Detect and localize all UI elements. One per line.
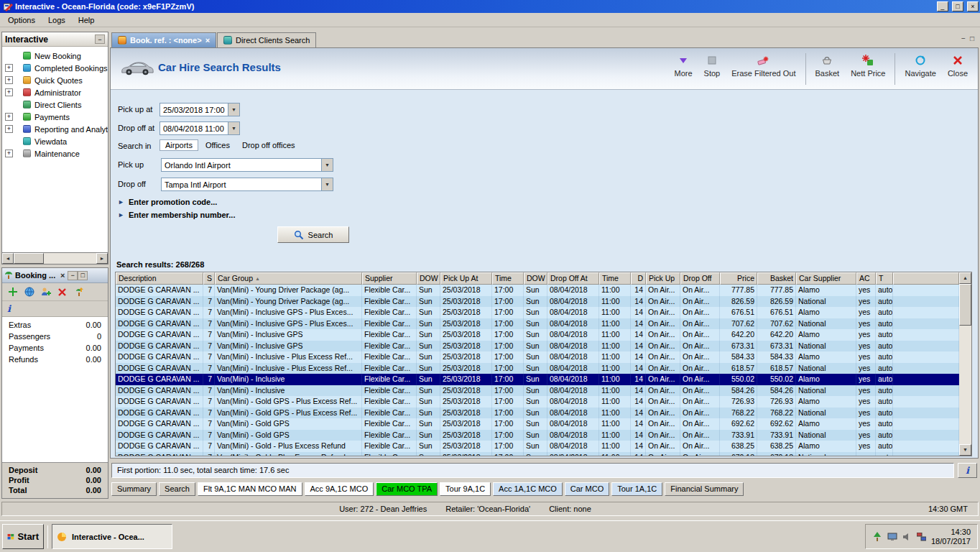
search-in-option-airports[interactable]: Airports (160, 139, 198, 151)
sidebar-item-reporting-and-analyt[interactable]: +Reporting and Analyt (2, 123, 108, 135)
stop-button[interactable]: Stop (698, 50, 726, 88)
tray-volume-icon[interactable] (902, 533, 912, 541)
scroll-down-icon[interactable]: ▼ (959, 444, 971, 456)
sidebar-item-maintenance[interactable]: +Maintenance (2, 147, 108, 160)
nett-price-button[interactable]: Nett Price (845, 50, 891, 88)
window-minimize-button[interactable]: _ (937, 1, 948, 12)
sidebar-item-completed-bookings[interactable]: +Completed Bookings (2, 62, 108, 74)
search-in-option-offices[interactable]: Offices (200, 140, 235, 150)
table-row[interactable]: DODGE G CARAVAN ...7Van(Mini) - Gold GPS… (116, 418, 959, 430)
sidebar-item-new-booking[interactable]: New Booking (2, 50, 108, 62)
globe-button[interactable] (22, 285, 36, 299)
table-row[interactable]: DODGE G CARAVAN ...7Van(Mini) - Inclusiv… (116, 307, 959, 318)
table-row[interactable]: DODGE G CARAVAN ...7Van(Mini) - Inclusiv… (116, 363, 959, 374)
add-client-button[interactable] (39, 285, 52, 299)
info-icon[interactable]: i (7, 303, 11, 314)
navigation-panel-collapse-button[interactable]: − (95, 34, 105, 44)
column-header-basket-14[interactable]: Basket (757, 272, 796, 285)
bottom-tab-financial-summary[interactable]: Financial Summary (665, 482, 744, 496)
chevron-down-icon[interactable]: ▼ (228, 104, 239, 116)
column-header-pick-up-at-5[interactable]: Pick Up At (440, 272, 492, 285)
results-vertical-scrollbar[interactable]: ▲ ▼ (959, 272, 971, 456)
column-header-pick-up-11[interactable]: Pick Up (646, 272, 680, 285)
info-button[interactable]: i (958, 463, 977, 478)
delete-button[interactable] (55, 285, 69, 299)
bottom-tab-search[interactable]: Search (159, 482, 195, 496)
table-row[interactable]: DODGE G CARAVAN ...7Van(Mini) - Inclusiv… (116, 385, 959, 397)
column-header-d-10[interactable]: D (631, 272, 646, 285)
pane-restore-icon[interactable]: □ (970, 34, 974, 42)
scrollbar-thumb[interactable] (959, 284, 971, 326)
tab-close-icon[interactable]: × (205, 36, 210, 45)
table-row[interactable]: DODGE G CARAVAN ...7Van(Mini) - Gold GPS… (116, 408, 959, 419)
column-header-drop-off-at-8[interactable]: Drop Off At (547, 272, 599, 285)
column-header-s-1[interactable]: S (203, 272, 215, 285)
more-button[interactable]: More (669, 50, 698, 88)
taskbar-task-interactive[interactable]: Interactive - Ocea... (52, 524, 172, 549)
table-row[interactable]: DODGE G CARAVAN ...7Van(Mini) - Gold GPS… (116, 430, 959, 441)
sidebar-item-payments[interactable]: +Payments (2, 111, 108, 123)
column-header-car-supplier-15[interactable]: Car Supplier (796, 272, 856, 285)
bottom-tab-acc-1a-1c-mco[interactable]: Acc 1A,1C MCO (493, 482, 563, 496)
table-row[interactable]: DODGE G CARAVAN ...7Van(Mini) - Inclusiv… (116, 341, 959, 352)
chevron-down-icon[interactable]: ▼ (321, 159, 333, 171)
column-header-car-group-2[interactable]: Car Group▲ (215, 272, 362, 285)
expand-toggle-icon[interactable]: + (5, 88, 13, 96)
bottom-tab-car-mco[interactable]: Car MCO (565, 482, 609, 496)
scroll-right-icon[interactable]: ► (96, 253, 108, 264)
menu-item-help[interactable]: Help (72, 14, 101, 26)
booking-panel-restore-button[interactable]: □ (78, 271, 88, 280)
bottom-tab-car-mco-tpa[interactable]: Car MCO TPA (376, 482, 438, 496)
expand-toggle-icon[interactable]: + (5, 125, 13, 133)
scroll-up-icon[interactable]: ▲ (959, 272, 971, 284)
table-row[interactable]: DODGE G CARAVAN ...7Van(Mini) - Young Dr… (116, 296, 959, 308)
tray-green-app-icon[interactable] (872, 532, 882, 542)
chevron-down-icon[interactable]: ▼ (228, 122, 239, 134)
table-row[interactable]: DODGE G CARAVAN ...7Van(Mini) - Inclusiv… (116, 329, 959, 341)
bottom-tab-flt-9a-1c-man-mco-man[interactable]: Flt 9A,1C MAN MCO MAN (198, 482, 302, 496)
column-header-dow-4[interactable]: DOW (417, 272, 440, 285)
table-row[interactable]: DODGE G CARAVAN ...7Van(Mini) - Inclusiv… (116, 318, 959, 330)
navigate-button[interactable]: Navigate (899, 50, 941, 88)
expand-toggle-icon[interactable]: + (5, 113, 13, 121)
booking-panel-minimize-button[interactable]: − (68, 271, 78, 280)
table-row[interactable]: DODGE G CARAVAN ...7Van(Mini) - Gold - P… (116, 452, 959, 456)
sidebar-item-quick-quotes[interactable]: +Quick Quotes (2, 74, 108, 86)
column-header-description-0[interactable]: Description (116, 272, 203, 285)
palm-export-button[interactable] (72, 285, 85, 299)
add-item-button[interactable] (6, 285, 19, 299)
promotion-code-expander[interactable]: ► Enter promotion code... (118, 198, 217, 206)
sidebar-item-viewdata[interactable]: Viewdata (2, 135, 108, 147)
expand-toggle-icon[interactable]: + (5, 76, 13, 84)
dropoff-location-field[interactable]: Tampa Intl Airport ▼ (161, 178, 333, 191)
bottom-tab-tour-1a-1c[interactable]: Tour 1A,1C (611, 482, 662, 496)
window-restore-button[interactable]: □ (952, 1, 963, 12)
bottom-tab-acc-9a-1c-mco[interactable]: Acc 9A,1C MCO (305, 482, 374, 496)
table-row[interactable]: DODGE G CARAVAN ...7Van(Mini) - Inclusiv… (116, 351, 959, 363)
column-header-price-13[interactable]: Price (720, 272, 757, 285)
search-in-option-drop-off-offices[interactable]: Drop off offices (237, 140, 300, 150)
menu-item-logs[interactable]: Logs (42, 14, 72, 26)
menu-item-options[interactable]: Options (1, 14, 42, 26)
dropoff-at-field[interactable]: 08/04/2018 11:00 ▼ (160, 121, 240, 135)
column-header-time-9[interactable]: Time (599, 272, 631, 285)
column-header-dow-7[interactable]: DOW (524, 272, 547, 285)
tray-display-icon[interactable] (887, 533, 897, 541)
scrollbar-thumb[interactable] (14, 253, 44, 264)
column-header-time-6[interactable]: Time (492, 272, 524, 285)
close-button[interactable]: Close (942, 50, 974, 88)
sidebar-item-administrator[interactable]: +Administrator (2, 86, 108, 98)
search-button[interactable]: Search (277, 226, 349, 243)
expand-toggle-icon[interactable]: + (5, 150, 13, 157)
table-row[interactable]: DODGE G CARAVAN ...7Van(Mini) - Gold - P… (116, 441, 959, 452)
tray-network-icon[interactable] (917, 533, 926, 541)
scroll-left-icon[interactable]: ◄ (2, 253, 14, 264)
booking-panel-close-icon[interactable]: × (57, 271, 68, 280)
bottom-tab-summary[interactable]: Summary (111, 482, 157, 496)
column-header-ac-16[interactable]: AC (856, 272, 876, 285)
bottom-tab-tour-9a-1c[interactable]: Tour 9A,1C (440, 482, 491, 496)
pane-minimize-icon[interactable]: − (961, 34, 966, 42)
sidebar-item-direct-clients[interactable]: Direct Clients (2, 98, 108, 111)
table-row[interactable]: DODGE G CARAVAN ...7Van(Mini) - Young Dr… (116, 285, 959, 296)
navigation-horizontal-scrollbar[interactable]: ◄ ► (2, 252, 108, 264)
